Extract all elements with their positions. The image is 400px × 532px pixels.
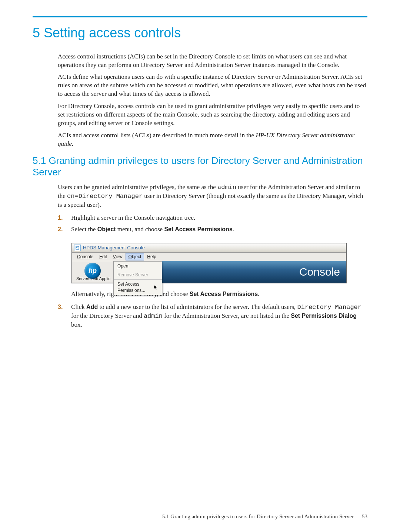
menu-console[interactable]: Console	[74, 253, 96, 260]
intro-p1: Access control instructions (ACIs) can b…	[58, 53, 367, 70]
window-title: HPDS Management Console	[83, 245, 145, 251]
chapter-title: 5 Setting access controls	[33, 24, 367, 42]
step-3-body: Click Add to add a new user to the list …	[71, 303, 367, 331]
top-rule	[33, 16, 367, 17]
workspace: hp Servers and Applic Open Remove Server…	[72, 261, 346, 283]
menu-item-remove-server: Remove Server	[114, 270, 162, 279]
section-text: Granting admin privileges to users for D…	[33, 155, 363, 178]
section-intro: Users can be granted administrative priv…	[58, 183, 367, 209]
titlebar: HPDS Management Console	[72, 243, 346, 253]
section-p1: Users can be granted administrative priv…	[58, 183, 367, 209]
menu-item-open[interactable]: Open	[114, 262, 162, 270]
menu-edit[interactable]: Edit	[96, 253, 110, 260]
step-3: 3. Click Add to add a new user to the li…	[58, 303, 367, 331]
menu-item-set-access-permissions[interactable]: Set Access Permissions...	[114, 280, 162, 294]
section-title: 5.1 Granting admin privileges to users f…	[33, 155, 367, 178]
step-1-body: Highlight a server in the Console naviga…	[71, 214, 367, 225]
step-2-alt: Alternatively, right-click the entry, an…	[58, 290, 367, 301]
chapter-text: Setting access controls	[44, 25, 181, 40]
menu-help[interactable]: Help	[144, 253, 159, 260]
menu-object[interactable]: Object	[126, 253, 144, 260]
tree-label: Servers and Applic	[76, 276, 110, 282]
step-1: 1. Highlight a server in the Console nav…	[58, 214, 367, 225]
object-dropdown: Open Remove Server Set Access Permission…	[113, 261, 162, 295]
menubar: Console Edit View Object Help	[72, 253, 346, 261]
app-icon	[74, 245, 81, 251]
screenshot: HPDS Management Console Console Edit Vie…	[71, 243, 347, 283]
step-1-num: 1.	[58, 214, 71, 225]
section-number: 5.1	[33, 155, 46, 166]
svg-rect-1	[76, 247, 77, 248]
intro: Access control instructions (ACIs) can b…	[58, 53, 367, 148]
step-2-body: Select the Object menu, and choose Set A…	[71, 225, 367, 236]
page-number: 53	[362, 514, 367, 519]
cursor-icon	[154, 285, 158, 290]
menu-view[interactable]: View	[110, 253, 126, 260]
intro-p4: ACIs and access control lists (ACLs) are…	[58, 131, 367, 148]
intro-p3: For Directory Console, access controls c…	[58, 102, 367, 128]
chapter-number: 5	[33, 25, 40, 40]
step-3-num: 3.	[58, 303, 71, 331]
page: 5 Setting access controls Access control…	[0, 0, 400, 532]
step-2-num: 2.	[58, 225, 71, 236]
footer-text: 5.1 Granting admin privileges to users f…	[162, 514, 354, 519]
intro-p2: ACIs define what operations users can do…	[58, 73, 367, 98]
step-2: 2. Select the Object menu, and choose Se…	[58, 225, 367, 236]
footer: 5.1 Granting admin privileges to users f…	[162, 513, 367, 520]
